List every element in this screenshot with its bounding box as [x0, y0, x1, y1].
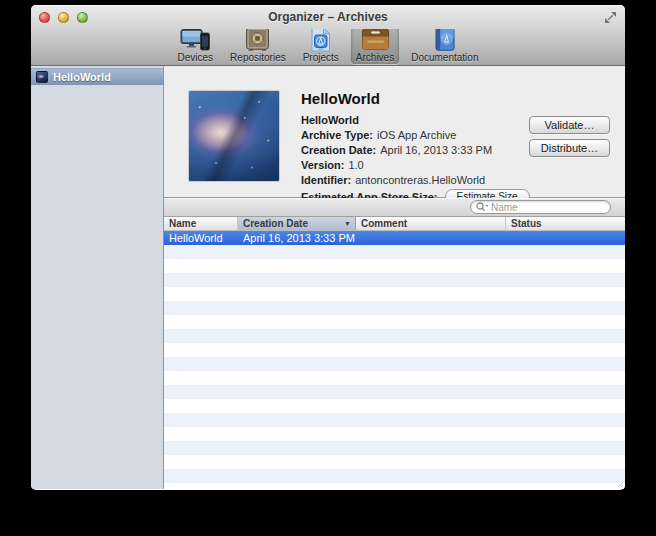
window-title: Organizer – Archives	[31, 5, 625, 30]
zoom-button[interactable]	[77, 12, 88, 23]
documentation-icon	[434, 27, 456, 51]
toolbar-label-projects: Projects	[303, 52, 339, 63]
field-value: iOS App Archive	[377, 129, 457, 141]
field-version: Version:1.0	[301, 159, 530, 171]
toolbar-label-devices: Devices	[178, 52, 214, 63]
cell-status	[506, 231, 625, 245]
search-icon[interactable]	[476, 202, 489, 212]
toolbar-item-repositories[interactable]: Repositories	[225, 25, 291, 64]
toolbar-label-repositories: Repositories	[230, 52, 286, 63]
toolbar-label-archives: Archives	[356, 52, 394, 63]
main-pane: HelloWorld HelloWorld Archive Type:iOS A…	[164, 66, 625, 489]
cell-creation-date: April 16, 2013 3:33 PM	[238, 231, 356, 245]
field-identifier: Identifier:antoncontreras.HelloWorld	[301, 174, 530, 186]
column-header-name[interactable]: Name	[164, 217, 238, 230]
action-buttons: Validate… Distribute…	[529, 116, 610, 157]
archives-icon	[361, 27, 390, 51]
search-input[interactable]	[491, 202, 605, 213]
column-header-status[interactable]: Status	[506, 217, 625, 230]
field-label: Identifier:	[301, 174, 351, 186]
table-row[interactable]: HelloWorld April 16, 2013 3:33 PM	[164, 231, 625, 245]
toolbar-item-documentation[interactable]: Documentation	[406, 25, 483, 64]
projects-icon	[310, 27, 331, 51]
toolbar: Devices Repositories	[31, 29, 625, 66]
distribute-button[interactable]: Distribute…	[529, 139, 610, 157]
cell-comment	[356, 231, 506, 245]
field-creation-date: Creation Date:April 16, 2013 3:33 PM	[301, 144, 530, 156]
toolbar-item-devices[interactable]: Devices	[173, 25, 219, 64]
field-archive-type: Archive Type:iOS App Archive	[301, 129, 530, 141]
field-label: Archive Type:	[301, 129, 373, 141]
toolbar-item-projects[interactable]: Projects	[298, 25, 344, 64]
archive-title: HelloWorld	[301, 90, 530, 107]
toolbar-item-archives[interactable]: Archives	[351, 25, 399, 64]
archive-subtitle: HelloWorld	[301, 114, 530, 126]
toolbar-label-documentation: Documentation	[411, 52, 478, 63]
sort-indicator-icon: ▼	[344, 217, 351, 230]
field-value: 1.0	[348, 159, 363, 171]
field-label: Creation Date:	[301, 144, 376, 156]
cell-name: HelloWorld	[164, 231, 238, 245]
archive-thumbnail-icon	[36, 71, 48, 83]
field-label: Version:	[301, 159, 344, 171]
sidebar: HelloWorld	[31, 66, 164, 489]
table-header: Name Creation Date ▼ Comment Status	[164, 217, 625, 231]
minimize-button[interactable]	[58, 12, 69, 23]
filter-bar	[164, 198, 625, 217]
devices-icon	[180, 27, 210, 51]
archive-info: HelloWorld HelloWorld Archive Type:iOS A…	[301, 90, 530, 204]
resize-grip[interactable]	[616, 480, 624, 488]
validate-button[interactable]: Validate…	[529, 116, 610, 134]
field-value: antoncontreras.HelloWorld	[355, 174, 485, 186]
archives-table-body: HelloWorld April 16, 2013 3:33 PM	[164, 231, 625, 489]
close-button[interactable]	[39, 12, 50, 23]
organizer-window: Organizer – Archives	[31, 5, 625, 490]
archive-detail-pane: HelloWorld HelloWorld Archive Type:iOS A…	[164, 66, 625, 198]
fullscreen-icon[interactable]	[604, 11, 617, 24]
field-value: April 16, 2013 3:33 PM	[380, 144, 492, 156]
sidebar-item-label: HelloWorld	[53, 71, 111, 83]
column-header-label: Creation Date	[243, 217, 308, 230]
column-header-creation-date[interactable]: Creation Date ▼	[238, 217, 356, 230]
app-artwork-image	[189, 91, 279, 181]
repositories-icon	[245, 27, 270, 51]
traffic-lights	[39, 12, 88, 23]
column-header-comment[interactable]: Comment	[356, 217, 506, 230]
search-field[interactable]	[470, 200, 611, 214]
sidebar-item-helloworld[interactable]: HelloWorld	[31, 68, 163, 85]
titlebar[interactable]: Organizer – Archives	[31, 5, 625, 29]
